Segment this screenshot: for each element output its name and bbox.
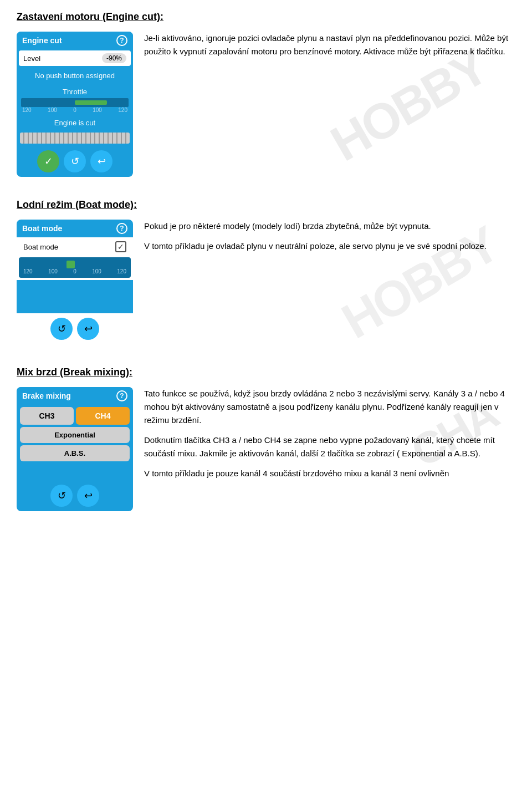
engine-cut-description: Je-li aktivováno, ignoruje pozici ovlada… <box>133 32 515 65</box>
boat-empty-space <box>17 280 133 313</box>
brake-mixing-title: Brake mixing <box>22 391 71 400</box>
engine-cut-slider-row <box>17 130 133 146</box>
brake-mixing-text3: V tomto příkladu je pouze kanál 4 součás… <box>144 467 515 480</box>
engine-cut-level-label: Level <box>23 54 40 63</box>
engine-cut-slider[interactable] <box>20 133 130 144</box>
boat-mode-row-label: Boat mode <box>23 243 58 251</box>
engine-cut-title: Engine cut <box>22 36 62 45</box>
brake-mixing-header: Brake mixing ? <box>17 387 133 405</box>
brake-channel-buttons: CH3 CH4 <box>20 407 130 425</box>
engine-cut-status: Engine is cut <box>17 115 133 130</box>
engine-cut-throttle-section: Throttle 120 100 0 100 120 <box>17 85 133 115</box>
brake-back-btn[interactable]: ↩ <box>77 485 99 507</box>
engine-cut-confirm-btn[interactable]: ✓ <box>37 150 59 172</box>
exponential-button[interactable]: Exponential <box>20 427 130 443</box>
brake-mixing-text1: Tato funkce se používá, když jsou brzdy … <box>144 387 515 427</box>
section2-heading: Lodní režim (Boat mode): <box>17 199 515 211</box>
throttle-bar <box>21 98 129 107</box>
boat-mode-row[interactable]: Boat mode ✓ <box>19 238 131 255</box>
boat-bottom-buttons: ↺ ↩ <box>17 313 133 344</box>
brake-mixing-help-btn[interactable]: ? <box>116 390 127 401</box>
section1-heading: Zastavení motoru (Engine cut): <box>17 11 515 23</box>
engine-cut-back-btn[interactable]: ↩ <box>90 150 112 172</box>
boat-throttle-scale: 120 100 0 100 120 <box>22 268 127 274</box>
throttle-label: Throttle <box>21 88 129 96</box>
ch4-button[interactable]: CH4 <box>76 407 130 425</box>
boat-mode-header: Boat mode ? <box>17 220 133 237</box>
boat-mode-text1: Pokud je pro některé modely (modely lodí… <box>144 220 515 233</box>
engine-cut-reset-btn[interactable]: ↺ <box>64 150 86 172</box>
boat-mode-title: Boat mode <box>22 224 62 233</box>
boat-back-btn[interactable]: ↩ <box>77 318 99 340</box>
engine-cut-no-push: No push button assigned <box>19 67 131 84</box>
boat-mode-text2: V tomto příkladu je ovladač plynu v neut… <box>144 240 515 253</box>
brake-mixing-panel: Brake mixing ? CH3 CH4 Exponential A.B.S… <box>17 387 133 511</box>
boat-mode-help-btn[interactable]: ? <box>116 223 127 234</box>
engine-cut-bottom-buttons: ✓ ↺ ↩ <box>17 146 133 177</box>
brake-mixing-description: Tato funkce se používá, když jsou brzdy … <box>133 387 515 487</box>
engine-cut-level-value: -90% <box>102 53 126 63</box>
boat-throttle-green <box>66 261 75 268</box>
boat-throttle-bar <box>22 261 127 268</box>
engine-cut-help-btn[interactable]: ? <box>116 35 127 46</box>
boat-reset-btn[interactable]: ↺ <box>50 318 73 340</box>
brake-empty-space <box>17 464 133 480</box>
boat-throttle-section: 120 100 0 100 120 <box>19 257 131 278</box>
engine-cut-level-row: Level -90% <box>19 50 131 66</box>
throttle-green-indicator <box>75 100 107 105</box>
throttle-scale: 120 100 0 100 120 <box>21 107 129 113</box>
boat-mode-checkbox[interactable]: ✓ <box>115 241 126 252</box>
engine-cut-panel: Engine cut ? Level -90% No push button a… <box>17 32 133 177</box>
ch3-button[interactable]: CH3 <box>20 407 74 425</box>
brake-mixing-text2: Dotknutím tlačítka CH3 a / nebo CH4 se z… <box>144 434 515 460</box>
brake-bottom-buttons: ↺ ↩ <box>17 480 133 511</box>
boat-mode-description: Pokud je pro některé modely (modely lodí… <box>133 220 515 259</box>
engine-cut-text1: Je-li aktivováno, ignoruje pozici ovlada… <box>144 32 515 58</box>
section3-heading: Mix brzd (Break mixing): <box>17 367 515 378</box>
boat-mode-panel: Boat mode ? Boat mode ✓ 120 100 0 100 12… <box>17 220 133 344</box>
brake-reset-btn[interactable]: ↺ <box>50 485 73 507</box>
abs-button[interactable]: A.B.S. <box>20 445 130 461</box>
